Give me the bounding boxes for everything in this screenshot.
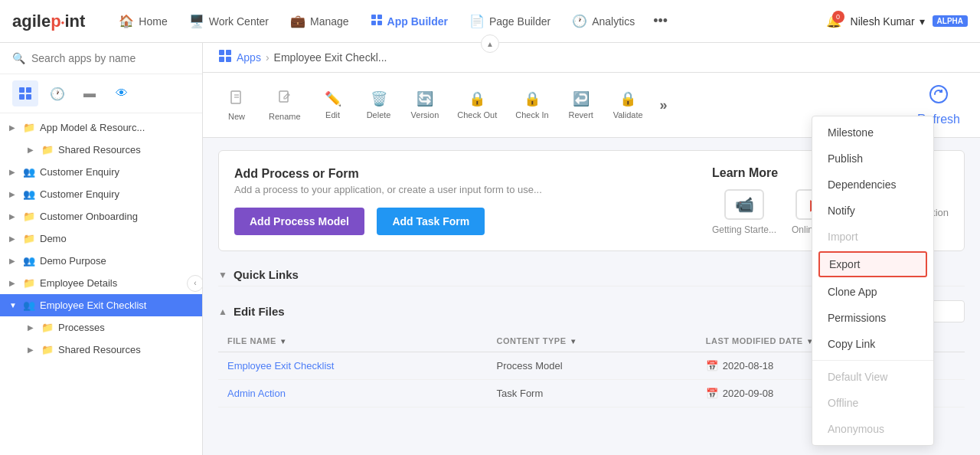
folder-icon: 📁: [23, 277, 35, 289]
toolbar-new-button[interactable]: New: [215, 85, 258, 126]
notification-count: 0: [832, 11, 844, 23]
svg-rect-10: [219, 57, 224, 62]
calendar-icon: 📅: [706, 360, 718, 372]
nav-more-button[interactable]: •••: [647, 7, 674, 35]
toolbar-revert-button[interactable]: ↩️ Revert: [560, 86, 603, 124]
nav-right: 🔔 0 Nilesh Kumar ▾ ALPHA: [826, 14, 968, 28]
add-task-form-button[interactable]: Add Task Form: [377, 208, 485, 235]
sidebar-eye-view[interactable]: 👁: [109, 80, 135, 106]
add-process-desc: Add a process to your application, or cr…: [234, 184, 681, 195]
sidebar-item-shared-resources-top[interactable]: ▶ 📁 Shared Resources: [0, 139, 202, 161]
toolbar-version-button[interactable]: 🔄 Version: [403, 86, 447, 124]
sidebar-item-app-model[interactable]: ▶ 📁 App Model & Resourc...: [0, 116, 202, 139]
dropdown-anonymous: Anonymous: [812, 416, 933, 442]
toolbar-more-button[interactable]: »: [654, 93, 674, 118]
toolbar-rename-button[interactable]: Rename: [261, 85, 309, 126]
alpha-badge: ALPHA: [933, 15, 968, 27]
nav-item-page-builder-label: Page Builder: [489, 15, 550, 28]
collapse-nav-button[interactable]: ▲: [481, 34, 499, 53]
file-name-cell-1[interactable]: Employee Exit Checklist: [218, 352, 488, 380]
sidebar-item-customer-enquiry-2[interactable]: ▶ 👥 Customer Enquiry: [0, 183, 202, 205]
checkout-icon: 🔒: [469, 90, 485, 107]
sort-icon[interactable]: ▾: [281, 337, 286, 345]
sidebar-item-customer-onboarding[interactable]: ▶ 📁 Customer Onboarding: [0, 205, 202, 228]
learn-item-getting-started-label: Getting Starte...: [712, 224, 776, 235]
sidebar-item-demo-purpose[interactable]: ▶ 👥 Demo Purpose: [0, 250, 202, 272]
revert-icon: ↩️: [573, 90, 590, 107]
monitor-icon: 🖥️: [189, 14, 204, 28]
svg-rect-6: [19, 94, 24, 100]
people-icon: 👥: [23, 300, 35, 311]
dropdown-permissions[interactable]: Permissions: [812, 305, 933, 331]
dropdown-default-view: Default View: [812, 364, 933, 390]
search-icon: 🔍: [12, 52, 25, 64]
toolbar-validate-button[interactable]: 🔒 Validate: [606, 86, 651, 124]
notification-bell[interactable]: 🔔 0: [826, 14, 841, 28]
svg-rect-1: [377, 15, 382, 19]
toolbar-validate-label: Validate: [613, 110, 643, 119]
nav-item-analytics[interactable]: 🕐 Analytics: [563, 8, 644, 34]
dropdown-import: Import: [812, 224, 933, 250]
nav-item-page-builder[interactable]: 📄 Page Builder: [460, 8, 560, 34]
toolbar-checkin-label: Check In: [515, 110, 548, 119]
svg-rect-0: [371, 15, 376, 19]
sidebar-item-processes[interactable]: ▶ 📁 Processes: [0, 316, 202, 339]
col-content-type: CONTENT TYPE ▾: [488, 330, 697, 352]
sidebar-list-view[interactable]: ▬: [77, 80, 103, 106]
arrow-icon: ▶: [28, 323, 37, 332]
logo: agilep●int: [12, 11, 85, 31]
sidebar-item-employee-exit-checklist[interactable]: ▼ 👥 Employee Exit Checklist: [0, 294, 202, 316]
arrow-icon: ▶: [9, 212, 18, 221]
sidebar-clock-view[interactable]: 🕐: [44, 80, 70, 106]
dropdown-copy-link[interactable]: Copy Link: [812, 331, 933, 357]
toolbar-checkin-button[interactable]: 🔒 Check In: [508, 86, 556, 124]
arrow-icon: ▶: [9, 168, 18, 176]
toolbar-edit-button[interactable]: ✏️ Edit: [312, 86, 354, 124]
chevron-down-icon: ▾: [920, 15, 925, 28]
main-layout: 🔍 🕐 ▬ 👁 ▶ 📁 App Model & Resourc... ▶ 📁 S…: [0, 43, 980, 455]
folder-icon: 📁: [41, 322, 54, 333]
sidebar-item-customer-enquiry-1[interactable]: ▶ 👥 Customer Enquiry: [0, 161, 202, 183]
nav-item-app-builder[interactable]: App Builder: [361, 8, 457, 35]
add-process-title: Add Process or Form: [234, 167, 681, 181]
nav-item-home[interactable]: 🏠 Home: [109, 8, 176, 34]
breadcrumb-apps-link[interactable]: Apps: [237, 51, 261, 64]
nav-item-app-builder-label: App Builder: [387, 15, 448, 28]
dropdown-dependencies[interactable]: Dependencies: [812, 172, 933, 198]
sidebar-tree: ▶ 📁 App Model & Resourc... ▶ 📁 Shared Re…: [0, 113, 202, 455]
sidebar-item-shared-resources-child[interactable]: ▶ 📁 Shared Resources: [0, 339, 202, 361]
arrow-icon: ▶: [9, 279, 18, 287]
nav-item-manage[interactable]: 💼 Manage: [281, 8, 358, 34]
user-menu[interactable]: Nilesh Kumar ▾ ALPHA: [851, 15, 968, 28]
dropdown-export[interactable]: Export: [818, 251, 927, 277]
sidebar-grid-view[interactable]: [12, 80, 38, 106]
toolbar-delete-button[interactable]: 🗑️ Delete: [358, 86, 400, 124]
more-icon: »: [660, 97, 668, 113]
sidebar-item-demo[interactable]: ▶ 📁 Demo: [0, 228, 202, 250]
dropdown-clone-app[interactable]: Clone App: [812, 279, 933, 305]
calendar-icon: 📅: [706, 388, 718, 399]
nav-item-work-center[interactable]: 🖥️ Work Center: [180, 8, 278, 34]
add-process-model-button[interactable]: Add Process Model: [234, 208, 364, 235]
add-process-left: Add Process or Form Add a process to you…: [234, 167, 681, 235]
dropdown-milestone[interactable]: Milestone: [812, 119, 933, 146]
sort-icon[interactable]: ▾: [571, 337, 576, 345]
svg-rect-15: [279, 91, 288, 102]
file-name-cell-2[interactable]: Admin Action: [218, 380, 488, 408]
folder-icon: 📁: [23, 122, 35, 133]
toolbar-rename-label: Rename: [269, 112, 301, 121]
sidebar-collapse-button[interactable]: ‹: [187, 275, 202, 292]
search-input[interactable]: [31, 52, 190, 64]
search-box: 🔍: [0, 43, 202, 74]
nav-item-manage-label: Manage: [310, 15, 349, 28]
sidebar-item-employee-details[interactable]: ▶ 📁 Employee Details ‹: [0, 272, 202, 294]
dropdown-offline: Offline: [812, 390, 933, 416]
dropdown-publish[interactable]: Publish: [812, 146, 933, 172]
dropdown-notify[interactable]: Notify: [812, 198, 933, 224]
toolbar-delete-label: Delete: [367, 110, 391, 119]
learn-item-getting-started[interactable]: 📹 Getting Starte...: [712, 189, 776, 235]
nav-item-work-center-label: Work Center: [209, 15, 269, 28]
svg-point-16: [930, 86, 947, 103]
toolbar-checkout-button[interactable]: 🔒 Check Out: [449, 86, 505, 124]
version-icon: 🔄: [416, 90, 433, 107]
